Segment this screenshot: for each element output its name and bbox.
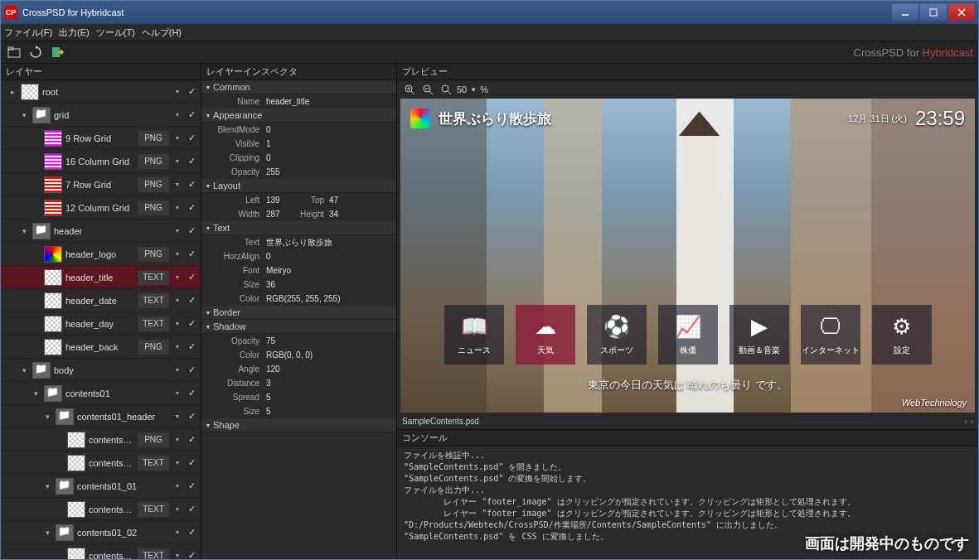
zoom-fit-icon[interactable]	[439, 82, 453, 97]
close-button[interactable]	[948, 4, 975, 21]
chevron-down-icon[interactable]: ▾	[172, 273, 182, 281]
preview-menu-item[interactable]: ⚽スポーツ	[587, 305, 647, 364]
prop-value[interactable]: 34	[329, 210, 391, 219]
zoom-out-icon[interactable]	[420, 82, 435, 97]
chevron-down-icon[interactable]: ▾	[172, 157, 182, 165]
expander-icon[interactable]: ▾	[19, 227, 29, 235]
layer-type-tag[interactable]: PNG	[138, 131, 169, 146]
layer-type-tag[interactable]: TEXT	[138, 548, 169, 560]
open-icon[interactable]	[6, 44, 22, 60]
layer-type-tag[interactable]: PNG	[138, 340, 169, 355]
layer-row[interactable]: 7 Row GridPNG▾✓	[1, 173, 201, 196]
layer-type-tag[interactable]: TEXT	[138, 270, 169, 285]
chevron-down-icon[interactable]: ▾	[172, 88, 182, 95]
inspector-section[interactable]: ▾Border	[201, 306, 396, 320]
prop-value[interactable]: 0	[266, 252, 391, 261]
preview-tab[interactable]: SampleContents.psd	[402, 417, 479, 426]
chevron-down-icon[interactable]: ▼	[470, 86, 477, 94]
layer-type-tag[interactable]: PNG	[138, 177, 169, 192]
visibility-check[interactable]: ✓	[186, 457, 197, 468]
chevron-down-icon[interactable]: ▾	[172, 227, 182, 234]
layer-row[interactable]: ▾body▾✓	[1, 359, 201, 382]
prop-value[interactable]: 0	[266, 125, 391, 134]
prop-value[interactable]: 120	[266, 364, 391, 374]
chevron-down-icon[interactable]: ▾	[172, 482, 182, 490]
visibility-check[interactable]: ✓	[186, 434, 197, 445]
layer-row[interactable]: 16 Column GridPNG▾✓	[1, 150, 201, 173]
prop-value[interactable]: RGB(0, 0, 0)	[266, 350, 391, 360]
preview-menu-item[interactable]: 🖵インターネット	[801, 305, 860, 364]
chevron-down-icon[interactable]: ▾	[172, 343, 182, 350]
export-icon[interactable]	[49, 44, 65, 60]
visibility-check[interactable]: ✓	[186, 341, 197, 352]
expander-icon[interactable]: ▾	[42, 413, 52, 421]
expander-icon[interactable]: ▾	[42, 529, 52, 537]
prop-value[interactable]: 5	[266, 407, 391, 416]
prop-value[interactable]: 世界ぶらり散歩旅	[266, 237, 391, 249]
minimize-button[interactable]	[892, 4, 918, 21]
layer-row[interactable]: ▸root▾✓	[1, 80, 201, 104]
layer-type-tag[interactable]: PNG	[138, 154, 169, 169]
visibility-check[interactable]: ✓	[186, 295, 197, 306]
prop-value[interactable]: 47	[329, 196, 391, 205]
prop-value[interactable]: 139	[266, 196, 299, 205]
visibility-check[interactable]: ✓	[186, 388, 197, 398]
next-tab-icon[interactable]: ›	[971, 417, 973, 426]
zoom-value[interactable]: 50	[457, 84, 467, 94]
chevron-down-icon[interactable]: ▾	[172, 529, 182, 536]
expander-icon[interactable]: ▾	[42, 482, 52, 490]
layer-type-tag[interactable]: TEXT	[138, 316, 169, 331]
inspector-section[interactable]: ▾Shadow	[201, 320, 396, 334]
prop-value[interactable]: RGB(255, 255, 255)	[266, 294, 391, 303]
prop-value[interactable]: 36	[266, 280, 391, 289]
inspector-section[interactable]: ▾Text	[201, 221, 396, 235]
layer-row[interactable]: ▾contents01_01▾✓	[1, 475, 201, 498]
inspector-section[interactable]: ▾Shape	[201, 418, 396, 432]
layer-row[interactable]: 12 Column GridPNG▾✓	[1, 196, 201, 220]
menu-tool[interactable]: ツール(T)	[96, 27, 135, 39]
layer-type-tag[interactable]: PNG	[138, 200, 169, 215]
chevron-down-icon[interactable]: ▾	[172, 505, 182, 513]
chevron-down-icon[interactable]: ▾	[172, 366, 182, 374]
layer-row[interactable]: ▾grid▾✓	[1, 104, 201, 127]
visibility-check[interactable]: ✓	[186, 504, 197, 514]
visibility-check[interactable]: ✓	[186, 202, 197, 213]
chevron-down-icon[interactable]: ▾	[172, 320, 182, 327]
prop-value[interactable]: 3	[266, 379, 391, 388]
expander-icon[interactable]: ▸	[7, 88, 17, 96]
visibility-check[interactable]: ✓	[186, 272, 197, 282]
prop-value[interactable]: 0	[266, 153, 391, 162]
titlebar[interactable]: CP CrossPSD for Hybridcast	[1, 1, 978, 24]
layer-row[interactable]: header_backPNG▾✓	[1, 336, 201, 359]
menu-help[interactable]: ヘルプ(H)	[142, 27, 182, 39]
visibility-check[interactable]: ✓	[186, 318, 197, 329]
layer-type-tag[interactable]: TEXT	[138, 293, 169, 308]
layer-row[interactable]: contents01_hea...TEXT▾✓	[1, 451, 201, 475]
chevron-down-icon[interactable]: ▾	[172, 297, 182, 304]
layer-row[interactable]: contents01_02TEXT▾✓	[1, 544, 201, 559]
expander-icon[interactable]: ▾	[19, 111, 29, 119]
expander-icon[interactable]: ▾	[19, 366, 29, 374]
chevron-down-icon[interactable]: ▾	[172, 134, 182, 142]
layer-list[interactable]: ▸root▾✓▾grid▾✓9 Row GridPNG▾✓16 Column G…	[1, 80, 201, 559]
zoom-in-icon[interactable]	[402, 82, 417, 97]
refresh-icon[interactable]	[27, 44, 44, 60]
layer-row[interactable]: header_dayTEXT▾✓	[1, 312, 201, 336]
visibility-check[interactable]: ✓	[186, 550, 197, 559]
inspector-section[interactable]: ▾Appearance	[201, 109, 396, 123]
layer-row[interactable]: header_dateTEXT▾✓	[1, 289, 201, 312]
layer-row[interactable]: header_titleTEXT▾✓	[1, 266, 201, 289]
preview-menu-item[interactable]: ⚙設定	[872, 305, 932, 364]
layer-type-tag[interactable]: PNG	[138, 247, 169, 262]
prop-value[interactable]: 75	[266, 336, 391, 345]
chevron-down-icon[interactable]: ▾	[172, 181, 182, 188]
prop-value[interactable]: 5	[266, 393, 391, 402]
layer-type-tag[interactable]: PNG	[138, 432, 169, 447]
layer-type-tag[interactable]: TEXT	[138, 502, 169, 517]
chevron-down-icon[interactable]: ▾	[172, 552, 182, 559]
visibility-check[interactable]: ✓	[186, 527, 197, 538]
chevron-down-icon[interactable]: ▾	[172, 250, 182, 258]
preview-menu-item[interactable]: 📈株価	[658, 305, 718, 364]
preview-menu-item[interactable]: ☁天気	[516, 305, 575, 364]
inspector-section[interactable]: ▾Common	[201, 80, 396, 94]
